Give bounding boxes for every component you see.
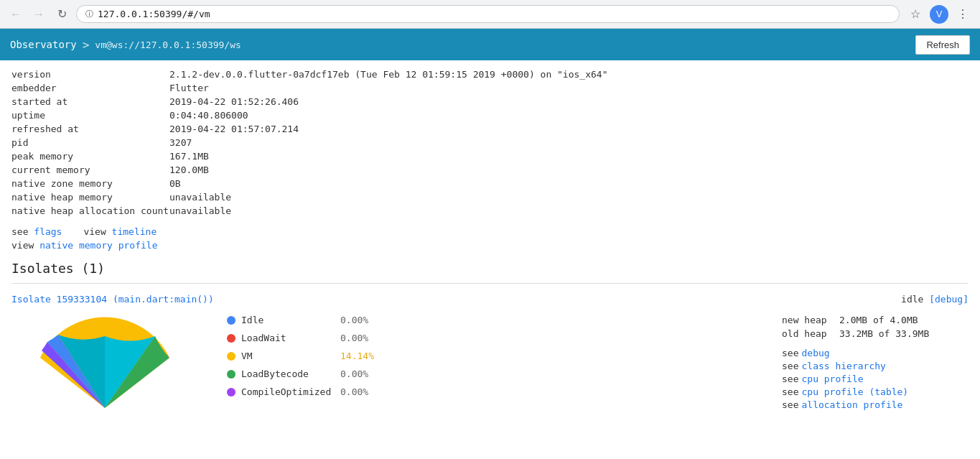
row-label: embedder <box>11 83 169 93</box>
isolate-status: idle [debug] <box>901 294 969 305</box>
vm-dot <box>227 352 235 361</box>
row-value: Flutter <box>169 83 209 93</box>
see-cpu-profile-table-row: see cpu profile (table) <box>782 386 969 397</box>
legend-area: Idle 0.00% LoadWait 0.00% VM 14.14% Load… <box>198 315 782 404</box>
links-row-2: view native memory profile <box>11 240 969 251</box>
table-row: native heap memory unavailable <box>11 190 969 204</box>
class-hierarchy-link[interactable]: class hierarchy <box>801 361 885 371</box>
row-value: 3207 <box>169 137 192 148</box>
loadwait-value: 0.00% <box>340 333 368 343</box>
timeline-link[interactable]: timeline <box>112 226 157 237</box>
url-text: 127.0.0.1:50399/#/vm <box>98 9 210 19</box>
main-content: version 2.1.2-dev.0.0.flutter-0a7dcf17eb… <box>0 60 980 459</box>
browser-actions: ☆ V ⋮ <box>905 4 973 24</box>
security-icon: ⓘ <box>85 9 93 19</box>
new-heap-label: new heap <box>782 315 832 325</box>
table-row: native zone memory 0B <box>11 177 969 190</box>
row-label: current memory <box>11 164 169 175</box>
see-cpu-profile-row: see cpu profile <box>782 374 969 384</box>
idle-value: 0.00% <box>340 315 368 325</box>
address-bar[interactable]: ⓘ 127.0.0.1:50399/#/vm <box>76 5 900 23</box>
row-value: unavailable <box>169 205 231 216</box>
compileoptimized-label: CompileOptimized <box>241 386 335 397</box>
row-label: native heap allocation count <box>11 205 169 216</box>
isolate-link[interactable]: Isolate 159333104 (main.dart:main()) <box>11 294 214 305</box>
see-prefix: see <box>782 348 798 358</box>
see-prefix: see <box>782 374 798 384</box>
row-label: pid <box>11 137 169 148</box>
old-heap-label: old heap <box>782 328 832 339</box>
refresh-button[interactable]: Refresh <box>915 35 970 55</box>
allocation-profile-link[interactable]: allocation profile <box>801 399 902 410</box>
loadbytecode-label: LoadBytecode <box>241 368 335 379</box>
see-prefix: see <box>782 399 798 410</box>
legend-item-loadwait: LoadWait 0.00% <box>227 333 782 343</box>
back-button[interactable]: ← <box>7 6 24 23</box>
status-text: idle <box>901 294 923 305</box>
idle-dot <box>227 316 235 325</box>
debug-link[interactable]: [debug] <box>929 294 969 305</box>
view-timeline-label: view timeline <box>83 226 157 237</box>
profile-button[interactable]: V <box>930 5 948 24</box>
row-value: 2019-04-22 01:57:07.214 <box>169 124 299 134</box>
table-row: version 2.1.2-dev.0.0.flutter-0a7dcf17eb… <box>11 68 969 81</box>
vm-value: 14.14% <box>340 351 374 361</box>
see-prefix: see <box>782 361 798 371</box>
see-label: see flags <box>11 226 62 237</box>
bookmark-button[interactable]: ☆ <box>905 4 925 24</box>
row-value: 167.1MB <box>169 151 209 162</box>
vm-info-table: version 2.1.2-dev.0.0.flutter-0a7dcf17eb… <box>11 68 969 218</box>
loadbytecode-value: 0.00% <box>340 368 368 379</box>
compileoptimized-dot <box>227 388 235 397</box>
cpu-profile-link[interactable]: cpu profile <box>801 374 863 384</box>
loadwait-label: LoadWait <box>241 333 335 343</box>
row-value: 0:04:40.806000 <box>169 110 248 121</box>
app-header: Observatory > vm@ws://127.0.0.1:50399/ws… <box>0 29 980 60</box>
vm-label: VM <box>241 351 335 361</box>
row-label: native zone memory <box>11 178 169 189</box>
old-heap-row: old heap 33.2MB of 33.9MB <box>782 328 969 339</box>
cpu-profile-table-link[interactable]: cpu profile (table) <box>801 386 908 397</box>
pie-chart <box>19 315 191 422</box>
table-row: uptime 0:04:40.806000 <box>11 108 969 122</box>
see-prefix: see <box>782 386 798 397</box>
menu-button[interactable]: ⋮ <box>953 4 973 24</box>
browser-chrome: ← → ↻ ⓘ 127.0.0.1:50399/#/vm ☆ V ⋮ <box>0 0 980 29</box>
row-value: unavailable <box>169 192 231 203</box>
legend-item-vm: VM 14.14% <box>227 351 782 361</box>
new-heap-value: 2.0MB of 4.0MB <box>839 315 918 325</box>
legend-item-idle: Idle 0.00% <box>227 315 782 325</box>
vm-path: vm@ws://127.0.0.1:50399/ws <box>95 40 241 50</box>
isolate-header: Isolate 159333104 (main.dart:main()) idl… <box>11 294 969 305</box>
reload-button[interactable]: ↻ <box>53 6 70 23</box>
heap-area: new heap 2.0MB of 4.0MB old heap 33.2MB … <box>782 315 969 412</box>
table-row: pid 3207 <box>11 136 969 149</box>
table-row: peak memory 167.1MB <box>11 149 969 163</box>
debug-see-link[interactable]: debug <box>801 348 829 358</box>
view-native-memory-label: view native memory profile <box>11 240 158 251</box>
isolates-divider <box>11 283 969 284</box>
see-allocation-profile-row: see allocation profile <box>782 399 969 410</box>
isolates-title: Isolates (1) <box>11 261 969 276</box>
row-label: version <box>11 69 169 80</box>
row-label: started at <box>11 96 169 107</box>
table-row: native heap allocation count unavailable <box>11 204 969 218</box>
legend-item-compileoptimized: CompileOptimized 0.00% <box>227 386 782 397</box>
row-label: refreshed at <box>11 124 169 134</box>
forward-button[interactable]: → <box>30 6 47 23</box>
row-label: native heap memory <box>11 192 169 203</box>
new-heap-row: new heap 2.0MB of 4.0MB <box>782 315 969 325</box>
loadbytecode-dot <box>227 370 235 379</box>
native-memory-link[interactable]: native memory profile <box>39 240 157 251</box>
breadcrumb-separator: > <box>83 38 90 52</box>
row-label: uptime <box>11 110 169 121</box>
row-value: 2019-04-22 01:52:26.406 <box>169 96 299 107</box>
table-row: started at 2019-04-22 01:52:26.406 <box>11 95 969 108</box>
header-breadcrumb-area: Observatory > vm@ws://127.0.0.1:50399/ws <box>10 38 241 52</box>
flags-link[interactable]: flags <box>34 226 62 237</box>
compileoptimized-value: 0.00% <box>340 386 368 397</box>
row-value: 120.0MB <box>169 164 209 175</box>
pie-chart-area <box>11 315 198 422</box>
table-row: refreshed at 2019-04-22 01:57:07.214 <box>11 122 969 136</box>
legend-item-loadbytecode: LoadBytecode 0.00% <box>227 368 782 379</box>
